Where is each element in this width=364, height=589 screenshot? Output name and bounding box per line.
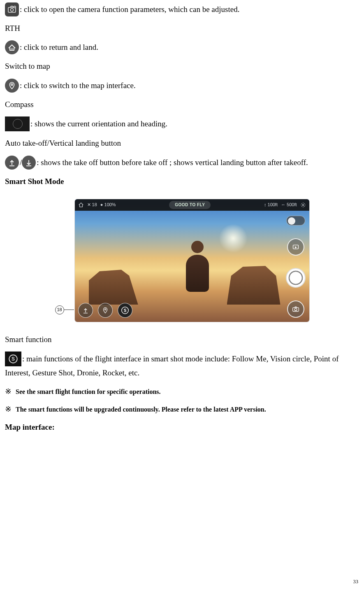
distance-reading: ↔ 500ft: [281, 201, 297, 209]
smart-shot-button[interactable]: S: [118, 303, 132, 318]
switch-map-label: Switch to map: [5, 60, 359, 72]
svg-text:H: H: [11, 47, 13, 50]
smart-function-label: Smart function: [5, 333, 359, 346]
map-pin-icon: [5, 79, 19, 93]
satellite-count: ✕ 18: [87, 201, 97, 209]
rth-desc: : click to return and land.: [20, 43, 98, 51]
note-symbol: ※: [5, 387, 12, 396]
altitude-reading: ↕ 100ft: [264, 201, 278, 209]
note-1: ※See the smart flight function for speci…: [5, 385, 359, 398]
takeoff-button[interactable]: [78, 303, 93, 318]
note-symbol: ※: [5, 405, 12, 413]
callout-number: 18: [55, 305, 64, 314]
flight-status: GOOD TO FLY: [169, 201, 211, 209]
takeoff-desc: : shows the take off button before take …: [37, 158, 308, 166]
landing-icon: [22, 156, 36, 170]
right-controls: [285, 216, 306, 318]
smart-shot-screenshot: 18 ✕ 18 ● 100% GOOD TO FLY ↕ 100ft ↔ 500…: [55, 199, 309, 322]
smart-function-desc: : main functions of the flight interface…: [5, 354, 338, 377]
settings-icon[interactable]: [300, 202, 306, 208]
smart-shot-heading: Smart Shot Mode: [5, 175, 359, 188]
svg-text:S: S: [123, 308, 126, 313]
svg-point-11: [294, 308, 297, 311]
rth-label: RTH: [5, 22, 359, 35]
svg-point-5: [302, 204, 304, 206]
map-interface-heading: Map interface:: [5, 421, 359, 433]
compass-label: Compass: [5, 98, 359, 111]
svg-point-2: [14, 6, 16, 8]
compass-desc: : shows the current orientation and head…: [30, 119, 167, 128]
rth-icon: H: [5, 40, 19, 54]
map-button[interactable]: [98, 303, 113, 318]
camera-settings-button[interactable]: [287, 300, 304, 318]
shutter-button[interactable]: [286, 268, 306, 288]
takeoff-icon: [5, 156, 19, 170]
home-icon[interactable]: [78, 202, 84, 208]
takeoff-label: Auto take-off/Vertical landing button: [5, 137, 359, 149]
photo-video-toggle[interactable]: [286, 216, 305, 226]
smart-function-icon: S: [5, 352, 21, 366]
callout-line: [64, 310, 74, 310]
left-controls: S: [78, 303, 132, 318]
page-number: 33: [353, 577, 359, 586]
camera-settings-icon: [5, 2, 19, 16]
note-2: ※The smart functions will be upgraded co…: [5, 403, 359, 415]
switch-map-desc: : click to switch to the map interface.: [20, 81, 136, 90]
svg-text:S: S: [12, 356, 15, 362]
camera-settings-desc: : click to open the camera function para…: [20, 5, 239, 14]
app-topbar: ✕ 18 ● 100% GOOD TO FLY ↕ 100ft ↔ 500ft: [75, 199, 309, 211]
svg-point-6: [104, 309, 106, 310]
compass-icon: [5, 116, 30, 131]
svg-point-1: [11, 9, 14, 12]
gallery-button[interactable]: [287, 238, 304, 256]
battery-level: ● 100%: [100, 201, 116, 209]
svg-point-4: [11, 84, 13, 85]
